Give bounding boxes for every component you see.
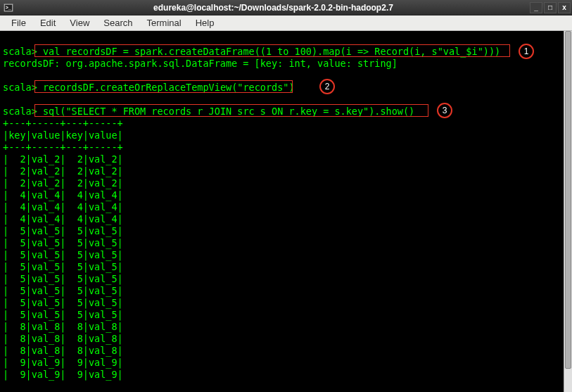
svg-text:>_: >_	[6, 4, 11, 9]
table-row: | 5|val_5| 5|val_5|	[3, 237, 569, 249]
menu-help[interactable]: Help	[189, 16, 222, 30]
table-row: | 5|val_5| 5|val_5|	[3, 297, 569, 309]
table-row: | 8|val_8| 8|val_8|	[3, 321, 569, 333]
table-row: | 8|val_8| 8|val_8|	[3, 333, 569, 345]
table-row: | 9|val_9| 9|val_9|	[3, 357, 569, 369]
window-title: edureka@localhost:~/Downloads/spark-2.0.…	[17, 3, 530, 13]
table-row: | 4|val_4| 4|val_4|	[3, 213, 569, 225]
scrollbar-thumb[interactable]	[565, 31, 571, 369]
table-row: | 5|val_5| 5|val_5|	[3, 273, 569, 285]
table-header: |key|value|key|value|	[3, 129, 569, 141]
table-row: | 9|val_9| 9|val_9|	[3, 369, 569, 381]
terminal-blank-line	[3, 34, 569, 46]
table-row: | 8|val_8| 8|val_8|	[3, 345, 569, 357]
menu-terminal[interactable]: Terminal	[140, 16, 189, 30]
cmd-1: val recordsDF = spark.createDataFrame((1…	[43, 46, 500, 57]
prompt: scala>	[3, 82, 37, 93]
terminal-blank-line	[3, 94, 569, 106]
annotation-circle-2: 2	[319, 79, 335, 94]
minimize-button[interactable]: _	[530, 2, 542, 13]
window-controls: _ □ x	[530, 2, 571, 13]
maximize-button[interactable]: □	[544, 2, 557, 13]
table-row: | 5|val_5| 5|val_5|	[3, 225, 569, 237]
table-row: | 2|val_2| 2|val_2|	[3, 177, 569, 189]
menu-file[interactable]: File	[4, 16, 33, 30]
terminal-blank-line	[3, 70, 569, 82]
cmd-3: sql("SELECT * FROM records r JOIN src s …	[43, 106, 414, 117]
table-row: | 5|val_5| 5|val_5|	[3, 249, 569, 261]
table-row: | 2|val_2| 2|val_2|	[3, 165, 569, 177]
table-sep: +---+-----+---+-----+	[3, 141, 569, 153]
close-button[interactable]: x	[558, 2, 571, 13]
terminal-icon: >_	[3, 2, 14, 13]
table-row: | 5|val_5| 5|val_5|	[3, 261, 569, 273]
menubar: File Edit View Search Terminal Help	[0, 15, 572, 31]
annotation-circle-3: 3	[437, 103, 452, 118]
table-row: | 4|val_4| 4|val_4|	[3, 189, 569, 201]
table-row: | 5|val_5| 5|val_5|	[3, 285, 569, 297]
table-row: | 2|val_2| 2|val_2|	[3, 153, 569, 165]
prompt: scala>	[3, 106, 37, 117]
menu-view[interactable]: View	[63, 16, 96, 30]
annotation-circle-1: 1	[519, 44, 534, 59]
table-row: | 4|val_4| 4|val_4|	[3, 201, 569, 213]
output-1: recordsDF: org.apache.spark.sql.DataFram…	[3, 58, 569, 70]
table-row: | 5|val_5| 5|val_5|	[3, 309, 569, 321]
cmd-2: recordsDF.createOrReplaceTempView("recor…	[43, 82, 295, 93]
menu-edit[interactable]: Edit	[33, 16, 63, 30]
titlebar: >_ edureka@localhost:~/Downloads/spark-2…	[0, 0, 572, 15]
menu-search[interactable]: Search	[96, 16, 139, 30]
table-sep: +---+-----+---+-----+	[3, 118, 569, 129]
terminal-area[interactable]: scala> val recordsDF = spark.createDataF…	[0, 31, 572, 392]
prompt: scala>	[3, 46, 37, 57]
scrollbar[interactable]	[564, 31, 572, 392]
